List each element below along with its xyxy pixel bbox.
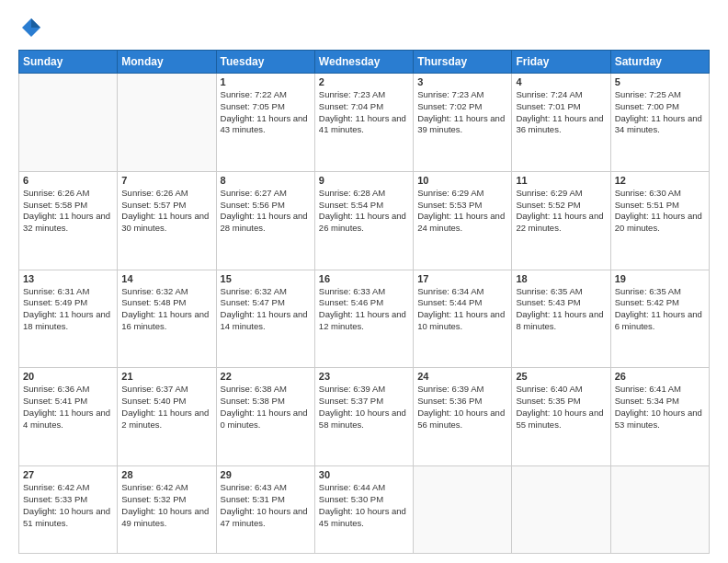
calendar-cell: 3Sunrise: 7:23 AM Sunset: 7:02 PM Daylig… bbox=[414, 74, 512, 172]
day-info: Sunrise: 7:23 AM Sunset: 7:04 PM Dayligh… bbox=[319, 89, 409, 136]
calendar-cell: 22Sunrise: 6:38 AM Sunset: 5:38 PM Dayli… bbox=[216, 368, 314, 466]
calendar-cell: 14Sunrise: 6:32 AM Sunset: 5:48 PM Dayli… bbox=[118, 270, 216, 368]
day-number: 5 bbox=[615, 76, 705, 87]
day-number: 19 bbox=[615, 273, 705, 284]
day-number: 1 bbox=[221, 76, 311, 87]
col-header-friday: Friday bbox=[512, 51, 610, 74]
calendar-cell: 30Sunrise: 6:44 AM Sunset: 5:30 PM Dayli… bbox=[314, 466, 413, 554]
day-number: 30 bbox=[319, 469, 409, 480]
day-info: Sunrise: 6:31 AM Sunset: 5:49 PM Dayligh… bbox=[23, 286, 113, 333]
day-info: Sunrise: 7:22 AM Sunset: 7:05 PM Dayligh… bbox=[221, 89, 311, 136]
day-number: 24 bbox=[417, 371, 507, 382]
day-number: 15 bbox=[221, 273, 311, 284]
day-number: 20 bbox=[23, 371, 113, 382]
day-info: Sunrise: 6:42 AM Sunset: 5:33 PM Dayligh… bbox=[23, 482, 113, 529]
day-info: Sunrise: 6:37 AM Sunset: 5:40 PM Dayligh… bbox=[121, 384, 211, 431]
week-row: 6Sunrise: 6:26 AM Sunset: 5:58 PM Daylig… bbox=[19, 171, 710, 270]
day-info: Sunrise: 7:24 AM Sunset: 7:01 PM Dayligh… bbox=[516, 89, 606, 136]
calendar-cell bbox=[610, 466, 709, 554]
col-header-wednesday: Wednesday bbox=[314, 51, 413, 74]
day-info: Sunrise: 6:38 AM Sunset: 5:38 PM Dayligh… bbox=[221, 384, 311, 431]
day-number: 10 bbox=[417, 175, 507, 186]
day-number: 2 bbox=[319, 76, 409, 87]
day-info: Sunrise: 6:39 AM Sunset: 5:37 PM Dayligh… bbox=[319, 384, 409, 431]
calendar-cell: 20Sunrise: 6:36 AM Sunset: 5:41 PM Dayli… bbox=[19, 368, 118, 466]
day-number: 25 bbox=[516, 371, 606, 382]
calendar-cell: 24Sunrise: 6:39 AM Sunset: 5:36 PM Dayli… bbox=[414, 368, 512, 466]
calendar-cell: 15Sunrise: 6:32 AM Sunset: 5:47 PM Dayli… bbox=[216, 270, 314, 368]
svg-marker-1 bbox=[31, 18, 40, 28]
calendar-cell: 10Sunrise: 6:29 AM Sunset: 5:53 PM Dayli… bbox=[414, 171, 512, 270]
day-number: 26 bbox=[615, 371, 705, 382]
calendar-cell: 7Sunrise: 6:26 AM Sunset: 5:57 PM Daylig… bbox=[118, 171, 216, 270]
calendar-cell bbox=[414, 466, 512, 554]
calendar-table: SundayMondayTuesdayWednesdayThursdayFrid… bbox=[18, 50, 710, 554]
week-row: 27Sunrise: 6:42 AM Sunset: 5:33 PM Dayli… bbox=[19, 466, 710, 554]
day-info: Sunrise: 6:32 AM Sunset: 5:48 PM Dayligh… bbox=[121, 286, 211, 333]
day-info: Sunrise: 6:39 AM Sunset: 5:36 PM Dayligh… bbox=[417, 384, 507, 431]
day-number: 29 bbox=[221, 469, 311, 480]
week-row: 20Sunrise: 6:36 AM Sunset: 5:41 PM Dayli… bbox=[19, 368, 710, 466]
day-info: Sunrise: 6:26 AM Sunset: 5:58 PM Dayligh… bbox=[23, 188, 113, 235]
logo-icon bbox=[18, 15, 44, 40]
calendar-cell: 21Sunrise: 6:37 AM Sunset: 5:40 PM Dayli… bbox=[118, 368, 216, 466]
day-number: 11 bbox=[516, 175, 606, 186]
day-number: 23 bbox=[319, 371, 409, 382]
calendar-cell: 8Sunrise: 6:27 AM Sunset: 5:56 PM Daylig… bbox=[216, 171, 314, 270]
day-info: Sunrise: 6:29 AM Sunset: 5:52 PM Dayligh… bbox=[516, 188, 606, 235]
day-info: Sunrise: 6:35 AM Sunset: 5:42 PM Dayligh… bbox=[615, 286, 705, 333]
col-header-tuesday: Tuesday bbox=[216, 51, 314, 74]
day-info: Sunrise: 6:36 AM Sunset: 5:41 PM Dayligh… bbox=[23, 384, 113, 431]
day-info: Sunrise: 6:28 AM Sunset: 5:54 PM Dayligh… bbox=[319, 188, 409, 235]
day-number: 9 bbox=[319, 175, 409, 186]
calendar-cell: 6Sunrise: 6:26 AM Sunset: 5:58 PM Daylig… bbox=[19, 171, 118, 270]
calendar-cell: 11Sunrise: 6:29 AM Sunset: 5:52 PM Dayli… bbox=[512, 171, 610, 270]
calendar-cell: 26Sunrise: 6:41 AM Sunset: 5:34 PM Dayli… bbox=[610, 368, 709, 466]
day-number: 6 bbox=[23, 175, 113, 186]
calendar-cell: 17Sunrise: 6:34 AM Sunset: 5:44 PM Dayli… bbox=[414, 270, 512, 368]
day-number: 21 bbox=[121, 371, 211, 382]
calendar-cell: 19Sunrise: 6:35 AM Sunset: 5:42 PM Dayli… bbox=[610, 270, 709, 368]
col-header-monday: Monday bbox=[118, 51, 216, 74]
calendar-cell: 1Sunrise: 7:22 AM Sunset: 7:05 PM Daylig… bbox=[216, 74, 314, 172]
day-info: Sunrise: 7:25 AM Sunset: 7:00 PM Dayligh… bbox=[615, 89, 705, 136]
day-number: 27 bbox=[23, 469, 113, 480]
day-info: Sunrise: 6:33 AM Sunset: 5:46 PM Dayligh… bbox=[319, 286, 409, 333]
calendar-cell bbox=[19, 74, 118, 172]
day-info: Sunrise: 6:40 AM Sunset: 5:35 PM Dayligh… bbox=[516, 384, 606, 431]
day-number: 14 bbox=[121, 273, 211, 284]
calendar-cell: 27Sunrise: 6:42 AM Sunset: 5:33 PM Dayli… bbox=[19, 466, 118, 554]
header bbox=[18, 15, 710, 40]
week-row: 1Sunrise: 7:22 AM Sunset: 7:05 PM Daylig… bbox=[19, 74, 710, 172]
week-row: 13Sunrise: 6:31 AM Sunset: 5:49 PM Dayli… bbox=[19, 270, 710, 368]
day-info: Sunrise: 6:26 AM Sunset: 5:57 PM Dayligh… bbox=[121, 188, 211, 235]
day-number: 18 bbox=[516, 273, 606, 284]
day-info: Sunrise: 6:43 AM Sunset: 5:31 PM Dayligh… bbox=[221, 482, 311, 529]
calendar-cell: 23Sunrise: 6:39 AM Sunset: 5:37 PM Dayli… bbox=[314, 368, 413, 466]
logo bbox=[18, 15, 48, 40]
calendar-cell bbox=[118, 74, 216, 172]
col-header-sunday: Sunday bbox=[19, 51, 118, 74]
day-info: Sunrise: 6:44 AM Sunset: 5:30 PM Dayligh… bbox=[319, 482, 409, 529]
day-number: 28 bbox=[121, 469, 211, 480]
calendar-cell: 5Sunrise: 7:25 AM Sunset: 7:00 PM Daylig… bbox=[610, 74, 709, 172]
day-number: 22 bbox=[221, 371, 311, 382]
day-info: Sunrise: 6:29 AM Sunset: 5:53 PM Dayligh… bbox=[417, 188, 507, 235]
calendar-cell: 9Sunrise: 6:28 AM Sunset: 5:54 PM Daylig… bbox=[314, 171, 413, 270]
day-info: Sunrise: 6:32 AM Sunset: 5:47 PM Dayligh… bbox=[221, 286, 311, 333]
calendar-cell: 18Sunrise: 6:35 AM Sunset: 5:43 PM Dayli… bbox=[512, 270, 610, 368]
day-number: 3 bbox=[417, 76, 507, 87]
page: SundayMondayTuesdayWednesdayThursdayFrid… bbox=[0, 0, 728, 563]
calendar-cell: 25Sunrise: 6:40 AM Sunset: 5:35 PM Dayli… bbox=[512, 368, 610, 466]
day-number: 4 bbox=[516, 76, 606, 87]
day-number: 7 bbox=[121, 175, 211, 186]
calendar-cell: 29Sunrise: 6:43 AM Sunset: 5:31 PM Dayli… bbox=[216, 466, 314, 554]
day-info: Sunrise: 6:42 AM Sunset: 5:32 PM Dayligh… bbox=[121, 482, 211, 529]
day-info: Sunrise: 6:35 AM Sunset: 5:43 PM Dayligh… bbox=[516, 286, 606, 333]
day-info: Sunrise: 6:27 AM Sunset: 5:56 PM Dayligh… bbox=[221, 188, 311, 235]
col-header-thursday: Thursday bbox=[414, 51, 512, 74]
calendar-cell: 28Sunrise: 6:42 AM Sunset: 5:32 PM Dayli… bbox=[118, 466, 216, 554]
calendar-cell: 12Sunrise: 6:30 AM Sunset: 5:51 PM Dayli… bbox=[610, 171, 709, 270]
day-info: Sunrise: 6:41 AM Sunset: 5:34 PM Dayligh… bbox=[615, 384, 705, 431]
day-number: 16 bbox=[319, 273, 409, 284]
